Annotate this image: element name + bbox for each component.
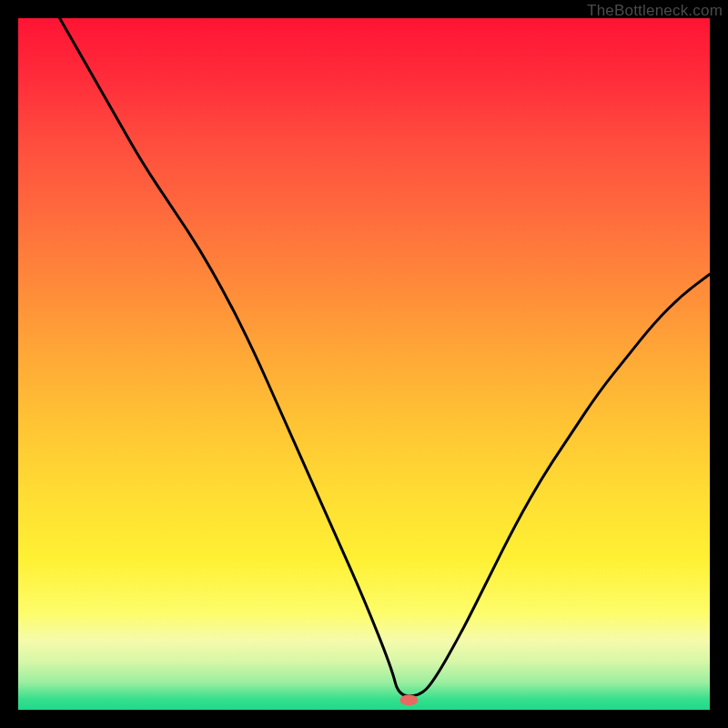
optimal-point-marker xyxy=(399,694,418,705)
chart-frame: TheBottleneck.com xyxy=(0,0,728,728)
curve-layer xyxy=(18,18,710,710)
plot-area xyxy=(18,18,710,710)
bottleneck-curve xyxy=(60,18,710,696)
attribution-text: TheBottleneck.com xyxy=(587,2,723,20)
